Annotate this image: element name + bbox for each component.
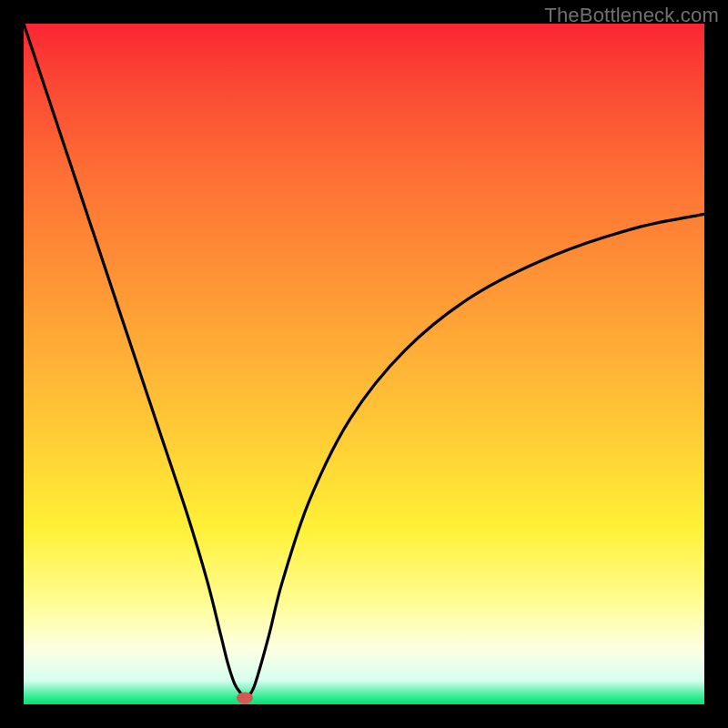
watermark-text: TheBottleneck.com [544,4,719,27]
minimum-marker [237,692,253,703]
plot-area [24,24,704,704]
chart-frame: TheBottleneck.com [0,0,728,728]
bottleneck-curve [24,24,704,704]
